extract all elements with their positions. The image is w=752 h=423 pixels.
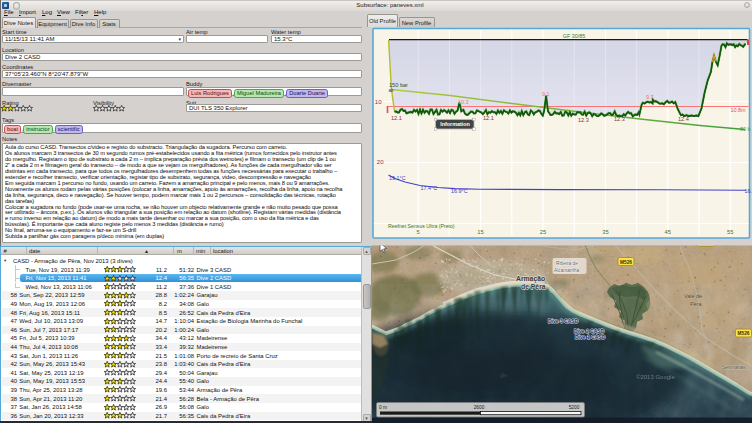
svg-text:2600: 2600	[474, 405, 485, 410]
svg-text:Vale de: Vale de	[684, 293, 702, 299]
svg-text:Dive 2 CASD: Dive 2 CASD	[574, 328, 605, 334]
svg-text:Dive 3 CASD: Dive 3 CASD	[548, 318, 579, 324]
svg-text:Ribeira de: Ribeira de	[556, 261, 578, 266]
svg-text:M526: M526	[620, 260, 632, 265]
svg-text:gle: gle	[500, 372, 507, 378]
svg-text:Dive 1 CASD: Dive 1 CASD	[575, 334, 606, 340]
svg-text:M526: M526	[738, 331, 750, 336]
svg-text:M1287: M1287	[699, 241, 713, 246]
svg-text:5200: 5200	[569, 405, 580, 410]
svg-text:Alcantarilha: Alcantarilha	[554, 268, 579, 273]
svg-text:de Pêra: de Pêra	[521, 283, 546, 290]
svg-text:Pêra: Pêra	[690, 301, 701, 307]
svg-text:0 m: 0 m	[379, 405, 387, 410]
svg-text:Sesmarias: Sesmarias	[722, 364, 746, 370]
svg-text:©2013 Google: ©2013 Google	[636, 374, 675, 380]
